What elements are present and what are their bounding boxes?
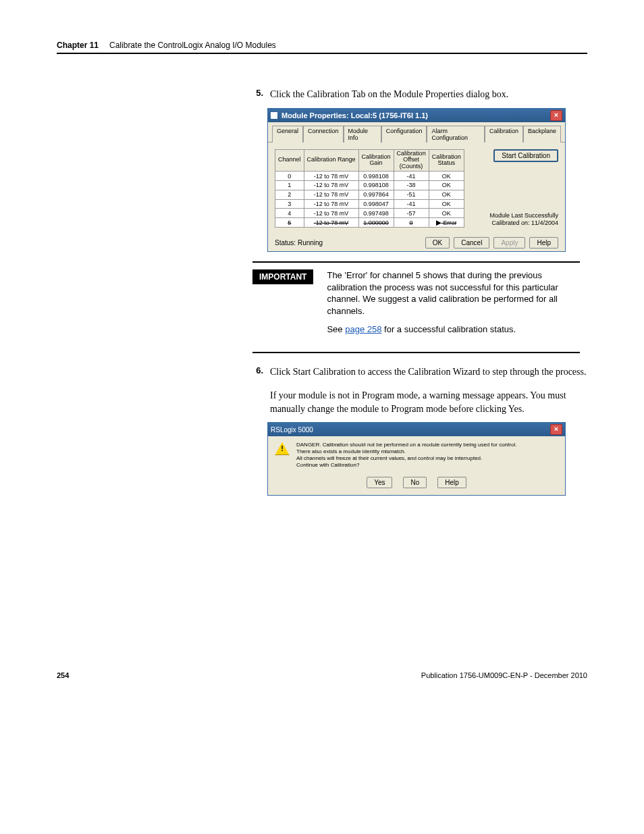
important-rule-bottom bbox=[252, 352, 580, 353]
start-calibration-button[interactable]: Start Calibration bbox=[493, 149, 558, 162]
warning-icon bbox=[275, 442, 290, 455]
table-cell: -12 to 78 mV bbox=[304, 181, 358, 190]
step-5: 5. Click the Calibration Tab on the Modu… bbox=[252, 88, 587, 101]
chapter-title: Calibrate the ControlLogix Analog I/O Mo… bbox=[109, 41, 276, 50]
header-rule bbox=[57, 53, 587, 54]
chapter-label: Chapter 11 bbox=[57, 41, 99, 50]
col-status: Calibration Status bbox=[429, 149, 464, 172]
table-cell: -12 to 78 mV bbox=[304, 190, 358, 199]
table-cell: 4 bbox=[275, 209, 304, 218]
cancel-button[interactable]: Cancel bbox=[454, 237, 489, 249]
table-cell: -38 bbox=[394, 181, 429, 190]
table-cell: 2 bbox=[275, 190, 304, 199]
table-cell: 1 bbox=[275, 181, 304, 190]
help-button[interactable]: Help bbox=[529, 237, 558, 249]
table-cell: -51 bbox=[394, 190, 429, 199]
calibration-table: Channel Calibration Range Calibration Ga… bbox=[275, 149, 464, 228]
step-6: 6. Click Start Calibration to access the… bbox=[252, 365, 587, 416]
tab-calibration[interactable]: Calibration bbox=[485, 126, 523, 142]
important-badge: IMPORTANT bbox=[252, 269, 313, 284]
tab-configuration[interactable]: Configuration bbox=[381, 126, 427, 142]
dialog-title: Module Properties: Local:5 (1756-IT6I 1.… bbox=[281, 111, 428, 120]
window-icon bbox=[271, 112, 277, 119]
important-rule-top bbox=[252, 261, 580, 263]
step-text: Click Start Calibration to access the Ca… bbox=[270, 365, 587, 379]
table-cell: -12 to 78 mV bbox=[304, 218, 358, 228]
tab-strip: General Connection Module Info Configura… bbox=[268, 122, 565, 142]
table-cell: 0 bbox=[394, 218, 429, 228]
tab-connection[interactable]: Connection bbox=[303, 126, 344, 142]
tab-module-info[interactable]: Module Info bbox=[344, 126, 381, 142]
close-icon[interactable]: × bbox=[550, 424, 562, 435]
warning-titlebar: RSLogix 5000 × bbox=[268, 423, 565, 436]
table-cell: OK bbox=[429, 199, 464, 209]
step-number: 6. bbox=[252, 365, 263, 416]
table-row[interactable]: 5-12 to 78 mV1.0000000 Error bbox=[275, 218, 464, 228]
table-row[interactable]: 2-12 to 78 mV0.997864-51OK bbox=[275, 190, 464, 199]
error-arrow-icon bbox=[436, 220, 441, 226]
table-cell: 0.998108 bbox=[358, 172, 394, 181]
status-label: Status: Running bbox=[275, 239, 323, 246]
ok-button[interactable]: OK bbox=[425, 237, 450, 249]
no-button[interactable]: No bbox=[403, 477, 427, 488]
important-callout: IMPORTANT The 'Error' for channel 5 show… bbox=[252, 269, 580, 342]
table-cell: 0.998108 bbox=[358, 181, 394, 190]
table-cell: 0.997498 bbox=[358, 209, 394, 218]
col-range: Calibration Range bbox=[304, 149, 358, 172]
table-cell: -41 bbox=[394, 172, 429, 181]
warning-message: DANGER. Calibration should not be perfor… bbox=[296, 442, 516, 469]
tab-alarm-configuration[interactable]: Alarm Configuration bbox=[427, 126, 485, 142]
dialog-titlebar: Module Properties: Local:5 (1756-IT6I 1.… bbox=[268, 109, 565, 122]
apply-button[interactable]: Apply bbox=[493, 237, 525, 249]
module-properties-dialog: Module Properties: Local:5 (1756-IT6I 1.… bbox=[267, 108, 566, 252]
table-cell: 0.997864 bbox=[358, 190, 394, 199]
table-row[interactable]: 1-12 to 78 mV0.998108-38OK bbox=[275, 181, 464, 190]
table-cell: OK bbox=[429, 172, 464, 181]
table-cell: -12 to 78 mV bbox=[304, 199, 358, 209]
page-number: 254 bbox=[57, 671, 69, 679]
col-gain: Calibration Gain bbox=[358, 149, 394, 172]
step-text: Click the Calibration Tab on the Module … bbox=[270, 88, 508, 101]
table-cell: OK bbox=[429, 181, 464, 190]
tab-backplane[interactable]: Backplane bbox=[523, 126, 561, 142]
table-cell: 1.000000 bbox=[358, 218, 394, 228]
important-paragraph-2: See page 258 for a successful calibratio… bbox=[327, 323, 580, 336]
warning-dialog: RSLogix 5000 × DANGER. Calibration shoul… bbox=[267, 422, 566, 496]
step-text-followup: If your module is not in Program mode, a… bbox=[270, 389, 587, 415]
step-number: 5. bbox=[252, 88, 263, 101]
table-cell: 0 bbox=[275, 172, 304, 181]
important-paragraph-1: The 'Error' for channel 5 shows that dur… bbox=[327, 269, 580, 317]
table-cell: 0.998047 bbox=[358, 199, 394, 209]
col-channel: Channel bbox=[275, 149, 304, 172]
last-calibrated-label: Module Last Successfully Calibrated on: … bbox=[474, 212, 558, 228]
tab-general[interactable]: General bbox=[272, 126, 303, 142]
table-cell: -12 to 78 mV bbox=[304, 209, 358, 218]
table-row[interactable]: 0-12 to 78 mV0.998108-41OK bbox=[275, 172, 464, 181]
yes-button[interactable]: Yes bbox=[367, 477, 392, 488]
table-row[interactable]: 3-12 to 78 mV0.998047-41OK bbox=[275, 199, 464, 209]
table-cell: -12 to 78 mV bbox=[304, 172, 358, 181]
table-cell: OK bbox=[429, 209, 464, 218]
table-cell: OK bbox=[429, 190, 464, 199]
table-cell: 3 bbox=[275, 199, 304, 209]
table-cell: 5 bbox=[275, 218, 304, 228]
table-cell: -41 bbox=[394, 199, 429, 209]
table-cell: Error bbox=[429, 218, 464, 228]
page-258-link[interactable]: page 258 bbox=[345, 324, 381, 334]
col-offset: Calibration Offset (Counts) bbox=[394, 149, 429, 172]
page-header: Chapter 11 Calibrate the ControlLogix An… bbox=[57, 41, 587, 50]
table-cell: -57 bbox=[394, 209, 429, 218]
close-icon[interactable]: × bbox=[550, 110, 562, 121]
help-button[interactable]: Help bbox=[437, 477, 466, 488]
page-footer: 254 Publication 1756-UM009C-EN-P - Decem… bbox=[57, 671, 587, 679]
table-row[interactable]: 4-12 to 78 mV0.997498-57OK bbox=[275, 209, 464, 218]
warning-title: RSLogix 5000 bbox=[271, 426, 313, 434]
publication-id: Publication 1756-UM009C-EN-P - December … bbox=[421, 671, 587, 679]
